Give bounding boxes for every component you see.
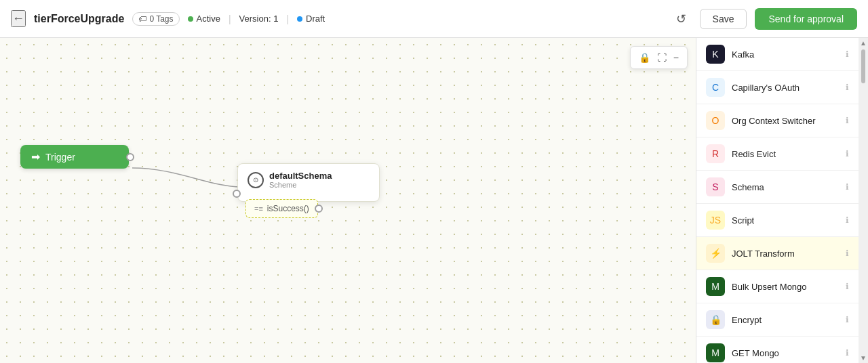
org-icon: O [706, 111, 725, 130]
send-approval-button[interactable]: Send for approval [755, 8, 857, 30]
sidebar-item-info-bulk-mongo: ℹ [846, 282, 849, 291]
right-scrollbar[interactable]: ▲ ▼ [859, 38, 868, 363]
sidebar-item-org[interactable]: OOrg Context Switcherℹ [696, 104, 859, 137]
expr-icon: =≡ [254, 205, 263, 213]
tags-badge[interactable]: 🏷 0 Tags [132, 12, 179, 26]
schema-node[interactable]: ⊙ defaultSchema Scheme [237, 163, 380, 202]
expression-node[interactable]: =≡ isSuccess() [245, 199, 318, 218]
undo-icon: ↺ [676, 12, 686, 26]
trigger-right-connector [126, 153, 134, 161]
scroll-up-arrow[interactable]: ▲ [860, 39, 867, 47]
sidebar-item-info-jolt: ℹ [846, 249, 849, 258]
schema-node-info: defaultSchema Scheme [269, 171, 332, 189]
active-dot [188, 16, 193, 22]
sidebar-item-info-org: ℹ [846, 116, 849, 125]
jolt-icon: ⚡ [706, 244, 725, 263]
schema-node-header: ⊙ defaultSchema Scheme [248, 171, 370, 189]
sidebar-item-label-schema: Schema [732, 182, 839, 192]
sidebar-item-encrypt[interactable]: 🔒Encryptℹ [696, 303, 859, 337]
sidebar-item-script[interactable]: JSScriptℹ [696, 204, 859, 237]
undo-button[interactable]: ↺ [671, 9, 692, 29]
app-title: tierForceUpgrade [34, 13, 124, 25]
trigger-node[interactable]: ➡ Trigger [20, 145, 129, 169]
sidebar-item-info-script: ℹ [846, 215, 849, 225]
draft-dot [297, 16, 302, 22]
sidebar-item-info-get-mongo: ℹ [846, 348, 849, 358]
zoom-out-tool-button[interactable]: − [671, 49, 682, 66]
lock-tool-button[interactable]: 🔒 [636, 49, 653, 66]
kafka-icon: K [706, 45, 725, 64]
schema-node-icon: ⊙ [248, 172, 264, 188]
separator-2: | [286, 14, 289, 24]
schema-icon: S [706, 177, 725, 196]
sidebar-item-info-capillary: ℹ [846, 83, 849, 92]
status-active: Active [188, 14, 220, 24]
save-button[interactable]: Save [700, 9, 747, 29]
main-layout: ➡ Trigger ⊙ defaultSchema Scheme =≡ isSu… [0, 38, 868, 363]
tags-label: 0 Tags [149, 14, 173, 24]
draft-label: Draft [306, 14, 325, 24]
script-icon: JS [706, 211, 725, 230]
sidebar-item-schema[interactable]: SSchemaℹ [696, 171, 859, 204]
sidebar-item-jolt[interactable]: ⚡JOLT Transformℹ [696, 237, 859, 270]
expr-right-connector [315, 205, 323, 213]
status-draft: Draft [297, 14, 325, 24]
scroll-down-arrow[interactable]: ▼ [860, 354, 867, 362]
separator-1: | [229, 14, 231, 24]
redis-icon: R [706, 144, 725, 163]
workflow-canvas[interactable]: ➡ Trigger ⊙ defaultSchema Scheme =≡ isSu… [0, 38, 696, 363]
scroll-thumb [861, 49, 865, 83]
back-button[interactable]: ← [11, 10, 26, 27]
sidebar-item-info-kafka: ℹ [846, 49, 849, 59]
expand-tool-button[interactable]: ⛶ [654, 49, 669, 66]
encrypt-icon: 🔒 [706, 310, 725, 329]
save-label: Save [713, 14, 734, 24]
sidebar-item-label-bulk-mongo: Bulk Upsert Mongo [732, 282, 839, 292]
sidebar-item-label-script: Script [732, 215, 839, 226]
sidebar-item-info-schema: ℹ [846, 182, 849, 192]
schema-left-connector [233, 190, 241, 198]
sidebar-item-info-redis: ℹ [846, 149, 849, 158]
sidebar-item-capillary[interactable]: CCapillary's OAuthℹ [696, 71, 859, 104]
canvas-toolbar: 🔒 ⛶ − [630, 46, 688, 69]
active-label: Active [197, 14, 220, 24]
trigger-icon: ➡ [31, 150, 40, 163]
sidebar-item-label-org: Org Context Switcher [732, 116, 839, 126]
sidebar-item-get-mongo[interactable]: MGET Mongoℹ [696, 337, 859, 363]
sidebar-item-redis[interactable]: RRedis Evictℹ [696, 137, 859, 171]
expr-text: isSuccess() [267, 204, 309, 213]
sidebar-panel: KKafkaℹCCapillary's OAuthℹOOrg Context S… [696, 38, 859, 363]
get-mongo-icon: M [706, 343, 725, 362]
schema-node-sub: Scheme [269, 181, 332, 189]
sidebar-item-label-capillary: Capillary's OAuth [732, 83, 839, 93]
sidebar-item-bulk-mongo[interactable]: MBulk Upsert Mongoℹ [696, 270, 859, 303]
sidebar-item-label-kafka: Kafka [732, 49, 839, 60]
schema-node-title: defaultSchema [269, 171, 332, 181]
sidebar-item-label-encrypt: Encrypt [732, 315, 839, 325]
tag-icon: 🏷 [138, 14, 146, 24]
sidebar-item-label-get-mongo: GET Mongo [732, 348, 839, 358]
sidebar-item-info-encrypt: ℹ [846, 315, 849, 324]
sidebar-item-label-redis: Redis Evict [732, 149, 839, 159]
version-text: Version: 1 [239, 14, 279, 24]
capillary-icon: C [706, 78, 725, 97]
trigger-label: Trigger [45, 152, 75, 163]
sidebar-item-kafka[interactable]: KKafkaℹ [696, 38, 859, 71]
sidebar-item-label-jolt: JOLT Transform [732, 249, 839, 259]
header: ← tierForceUpgrade 🏷 0 Tags Active | Ver… [0, 0, 868, 38]
bulk-mongo-icon: M [706, 277, 725, 296]
